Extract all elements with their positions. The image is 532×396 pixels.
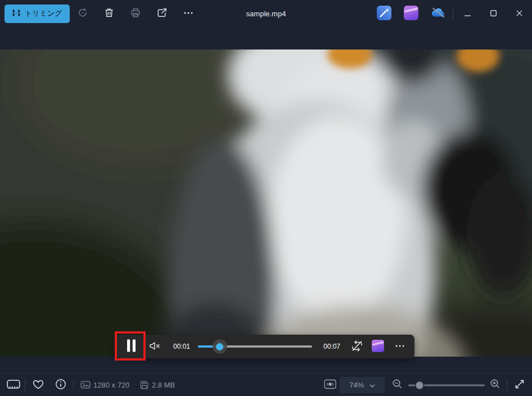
zoom-level-value: 74% [349,381,364,389]
toolbar-right [371,0,532,27]
seek-thumb[interactable] [213,339,227,354]
clipchamp-icon [404,6,418,22]
toolbar-left: トリミング [4,0,202,27]
zoom-in-icon [490,379,501,391]
close-icon [516,10,522,18]
maximize-icon [490,10,497,18]
info-button[interactable] [52,376,70,393]
minimize-button[interactable] [454,0,480,27]
statusbar-divider [25,379,25,392]
playback-controls: 00:01 00:07 [115,335,414,358]
more-icon [183,8,193,20]
onedrive-off-icon [431,7,445,20]
minimize-icon [465,10,471,18]
mute-icon [149,341,161,353]
seek-slider[interactable] [198,335,314,358]
favorite-button[interactable] [29,376,47,393]
delete-icon [103,7,115,20]
video-frame-lemur [0,50,532,357]
trim-button-label: トリミング [25,8,62,19]
repeat-off-icon [350,340,364,354]
heart-icon [32,379,44,392]
delete-button[interactable] [96,0,123,27]
chevron-down-icon [369,381,375,389]
mute-button[interactable] [146,337,165,356]
zoom-out-icon [392,379,403,391]
save-icon [138,376,150,393]
clipchamp-icon [372,340,384,354]
dimensions-icon [80,376,91,393]
repeat-off-button[interactable] [348,337,367,356]
maximize-button[interactable] [480,0,506,27]
edit-image-icon [377,6,391,22]
rotate-button[interactable] [70,0,96,27]
zoom-slider-thumb[interactable] [415,380,425,390]
trim-icon [12,8,21,19]
clipchamp-button[interactable] [398,0,425,27]
seek-thumb-dot [216,343,223,350]
playbar-more-button[interactable] [390,337,410,356]
fullscreen-button[interactable] [511,376,529,393]
statusbar-divider [73,381,74,389]
zoom-out-button[interactable] [389,376,405,393]
titlebar-divider [453,7,453,20]
zoom-in-button[interactable] [487,376,503,393]
info-icon [55,378,67,392]
file-size-value: 2.8 MB [152,381,175,389]
fit-screen-icon [324,379,336,391]
status-bar: 1280 x 720 2.8 MB 74% [0,373,532,396]
video-canvas[interactable] [0,50,532,357]
filmstrip-icon [7,379,20,391]
filmstrip-toggle-button[interactable] [4,376,22,393]
more-options-button[interactable] [175,0,202,27]
fit-screen-button[interactable] [322,376,339,393]
statusbar-divider [507,379,507,391]
print-icon [130,7,141,20]
dimensions-value: 1280 x 720 [93,381,129,389]
edit-image-button[interactable] [371,0,398,27]
share-button[interactable] [149,0,175,27]
share-icon [156,7,168,20]
title-bar: トリミング [0,0,532,27]
onedrive-status-button[interactable] [425,0,452,27]
pause-button[interactable] [120,337,142,356]
current-time: 00:01 [169,343,194,350]
photos-app-window: トリミング [0,0,532,396]
trim-button[interactable]: トリミング [4,4,70,23]
total-time: 00:07 [319,343,344,350]
rotate-icon [77,7,88,20]
zoom-level-dropdown[interactable]: 74% [340,377,385,393]
fullscreen-icon [514,379,525,392]
clipchamp-edit-button[interactable] [369,337,386,356]
close-button[interactable] [506,0,532,27]
more-icon [395,341,405,353]
print-button[interactable] [123,0,149,27]
zoom-slider[interactable] [408,374,485,396]
pause-icon [127,339,136,354]
